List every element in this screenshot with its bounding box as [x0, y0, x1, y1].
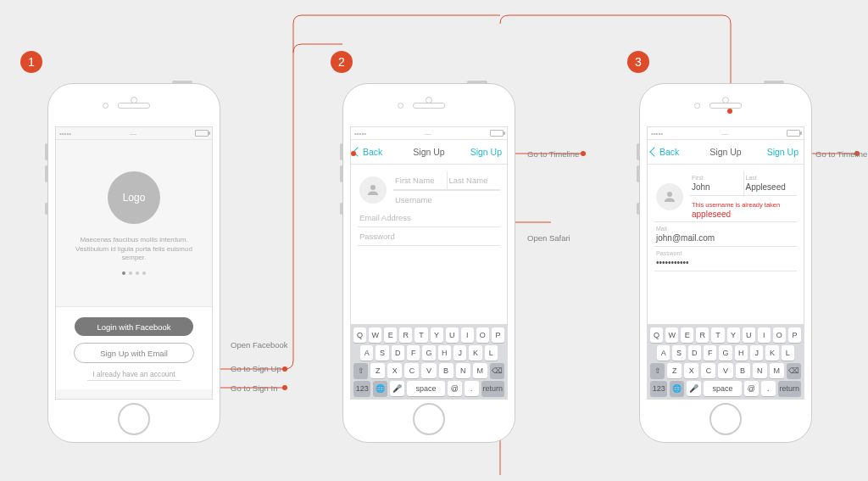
key-e[interactable]: E: [384, 327, 397, 343]
key-k[interactable]: K: [765, 345, 778, 361]
email-field[interactable]: Mail john@mail.com: [654, 221, 797, 247]
key-m[interactable]: M: [473, 363, 487, 378]
key-o[interactable]: O: [476, 327, 489, 343]
key-c[interactable]: C: [404, 363, 419, 378]
already-have-account-link[interactable]: I already have an account: [87, 370, 180, 381]
back-button[interactable]: Back: [651, 147, 679, 157]
key-@[interactable]: @: [744, 381, 759, 396]
key-y[interactable]: Y: [727, 327, 740, 343]
key-q[interactable]: Q: [650, 327, 663, 343]
back-button[interactable]: Back: [354, 147, 382, 157]
username-field[interactable]: This username is already taken appleseed: [690, 196, 797, 221]
key-n[interactable]: N: [456, 363, 470, 378]
key-m[interactable]: M: [770, 363, 784, 378]
key-w[interactable]: W: [665, 327, 678, 343]
key-t[interactable]: T: [415, 327, 427, 343]
key-⌫[interactable]: ⌫: [490, 363, 504, 378]
key-⇧[interactable]: ⇧: [650, 363, 665, 378]
signup-email-button[interactable]: Sign Up with Email: [74, 343, 194, 363]
key-n[interactable]: N: [753, 363, 767, 378]
flow-node: [351, 151, 356, 156]
key-z[interactable]: Z: [370, 363, 385, 378]
key-space[interactable]: space: [704, 381, 741, 396]
key-x[interactable]: X: [684, 363, 698, 378]
avatar-placeholder[interactable]: [359, 176, 387, 204]
key-x[interactable]: X: [387, 363, 402, 378]
earpiece: [709, 103, 742, 109]
key-g[interactable]: G: [422, 345, 435, 361]
key-e[interactable]: E: [681, 327, 693, 343]
key-u[interactable]: U: [446, 327, 459, 343]
key-i[interactable]: I: [461, 327, 474, 343]
first-name-field[interactable]: First Name: [393, 171, 447, 190]
submit-signup-button[interactable]: Sign Up: [470, 147, 502, 157]
key-return[interactable]: return: [778, 381, 801, 396]
key-⇧[interactable]: ⇧: [353, 363, 368, 378]
key-d[interactable]: D: [688, 345, 701, 361]
key-v[interactable]: V: [718, 363, 732, 378]
earpiece: [413, 103, 445, 109]
home-button[interactable]: [709, 403, 742, 435]
last-name-field[interactable]: Last Name: [447, 171, 501, 190]
submit-signup-button[interactable]: Sign Up: [767, 147, 798, 157]
key-s[interactable]: S: [376, 345, 388, 361]
key-@[interactable]: @: [448, 381, 462, 396]
key-f[interactable]: F: [704, 345, 716, 361]
key-return[interactable]: return: [481, 381, 504, 396]
key-h[interactable]: H: [735, 345, 748, 361]
key-🎤[interactable]: 🎤: [390, 381, 404, 396]
key-a[interactable]: A: [657, 345, 670, 361]
welcome-hero: Logo Maecenas faucibus mollis interdum. …: [56, 140, 212, 306]
key-t[interactable]: T: [711, 327, 724, 343]
key-🎤[interactable]: 🎤: [687, 381, 701, 396]
key-i[interactable]: I: [758, 327, 771, 343]
key-g[interactable]: G: [719, 345, 732, 361]
password-field[interactable]: Password •••••••••••: [654, 247, 797, 271]
key-r[interactable]: R: [696, 327, 709, 343]
battery-icon: [490, 130, 504, 137]
key-q[interactable]: Q: [353, 327, 366, 343]
key-123[interactable]: 123: [650, 381, 667, 396]
key-p[interactable]: P: [788, 327, 801, 343]
key-l[interactable]: L: [485, 345, 498, 361]
key-y[interactable]: Y: [431, 327, 443, 343]
keyboard[interactable]: QWERTYUIOP ASDFGHJKL ⇧ZXCVBNM⌫ 123🌐🎤spac…: [648, 324, 804, 399]
last-name-field[interactable]: Last Appleseed: [743, 171, 798, 195]
key-123[interactable]: 123: [353, 381, 370, 396]
key-l[interactable]: L: [782, 345, 794, 361]
key-j[interactable]: J: [750, 345, 763, 361]
key-w[interactable]: W: [369, 327, 381, 343]
key-h[interactable]: H: [438, 345, 451, 361]
key-r[interactable]: R: [399, 327, 412, 343]
keyboard[interactable]: QWERTYUIOP ASDFGHJKL ⇧ZXCVBNM⌫ 123🌐🎤spac…: [351, 324, 507, 399]
avatar-placeholder[interactable]: [656, 183, 683, 210]
key-a[interactable]: A: [360, 345, 373, 361]
key-.[interactable]: .: [465, 381, 479, 396]
key-d[interactable]: D: [392, 345, 404, 361]
key-u[interactable]: U: [743, 327, 755, 343]
key-b[interactable]: B: [736, 363, 750, 378]
key-b[interactable]: B: [439, 363, 453, 378]
key-o[interactable]: O: [773, 327, 786, 343]
kbd-row-1: QWERTYUIOP: [650, 327, 801, 343]
email-field[interactable]: Email Address: [358, 209, 500, 227]
key-space[interactable]: space: [407, 381, 444, 396]
key-🌐[interactable]: 🌐: [670, 381, 684, 396]
key-f[interactable]: F: [407, 345, 420, 361]
key-p[interactable]: P: [492, 327, 504, 343]
key-z[interactable]: Z: [667, 363, 682, 378]
first-name-field[interactable]: First John: [690, 171, 743, 195]
key-⌫[interactable]: ⌫: [787, 363, 801, 378]
key-🌐[interactable]: 🌐: [373, 381, 387, 396]
key-.[interactable]: .: [761, 381, 776, 396]
password-field[interactable]: Password: [358, 227, 500, 246]
home-button[interactable]: [413, 403, 445, 435]
key-s[interactable]: S: [672, 345, 685, 361]
home-button[interactable]: [118, 403, 150, 435]
key-k[interactable]: K: [469, 345, 481, 361]
login-facebook-button[interactable]: Login with Facebook: [75, 317, 193, 336]
key-v[interactable]: V: [421, 363, 436, 378]
key-c[interactable]: C: [701, 363, 715, 378]
username-field[interactable]: Username: [393, 191, 500, 209]
key-j[interactable]: J: [453, 345, 466, 361]
